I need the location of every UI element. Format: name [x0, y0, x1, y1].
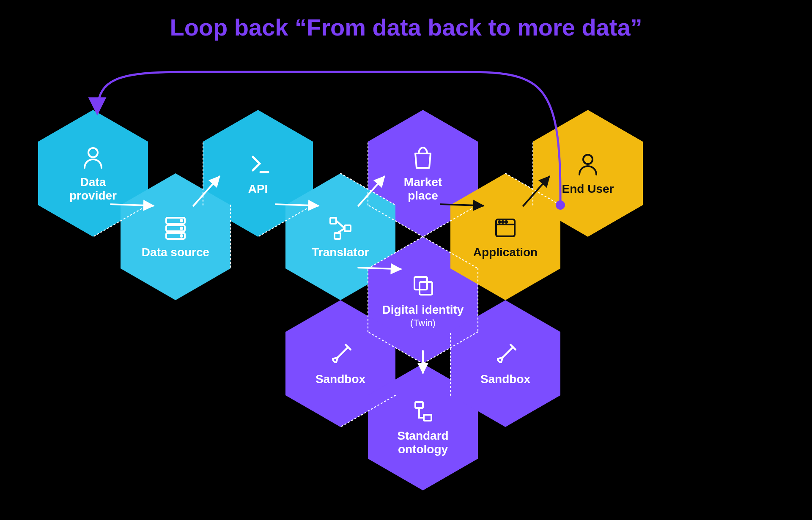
hex-label: End User	[562, 182, 614, 196]
hex-label: Sandbox	[480, 372, 530, 386]
svg-rect-9	[345, 225, 351, 231]
hex-label: Sandbox	[315, 372, 365, 386]
hex-label: Data provider	[69, 175, 117, 203]
shovel-icon	[327, 341, 354, 368]
svg-point-14	[499, 221, 500, 223]
user-icon	[80, 144, 107, 171]
hex-label: Data source	[142, 246, 209, 259]
window-icon	[492, 214, 519, 241]
svg-point-0	[88, 148, 98, 157]
diagram-canvas: Loop back “From data back to more data” …	[0, 0, 812, 520]
diagram-title: Loop back “From data back to more data”	[0, 14, 812, 41]
shovel-icon	[492, 341, 519, 368]
copy-icon	[409, 272, 436, 299]
svg-rect-11	[414, 277, 427, 290]
svg-rect-8	[330, 218, 336, 224]
code-icon	[244, 151, 272, 178]
hex-label: API	[248, 182, 268, 196]
hex-label: Digital identity	[382, 303, 464, 317]
network-icon	[327, 214, 354, 241]
svg-point-5	[181, 220, 182, 222]
user-icon	[574, 151, 601, 178]
svg-point-1	[583, 155, 593, 164]
svg-point-15	[502, 221, 504, 223]
svg-point-6	[181, 227, 182, 229]
hex-sublabel: (Twin)	[410, 317, 436, 328]
svg-rect-17	[415, 402, 423, 408]
hex-label: Application	[473, 246, 538, 259]
hex-label: Market place	[404, 175, 442, 203]
sitemap-icon	[409, 398, 436, 425]
hex-label: Translator	[312, 246, 369, 259]
svg-rect-12	[420, 282, 432, 295]
server-icon	[162, 214, 189, 241]
svg-point-7	[181, 235, 182, 237]
svg-rect-10	[335, 233, 340, 239]
hex-label: Standard ontology	[397, 429, 448, 456]
svg-rect-18	[424, 415, 431, 421]
svg-point-16	[505, 221, 507, 223]
bag-icon	[409, 144, 436, 171]
